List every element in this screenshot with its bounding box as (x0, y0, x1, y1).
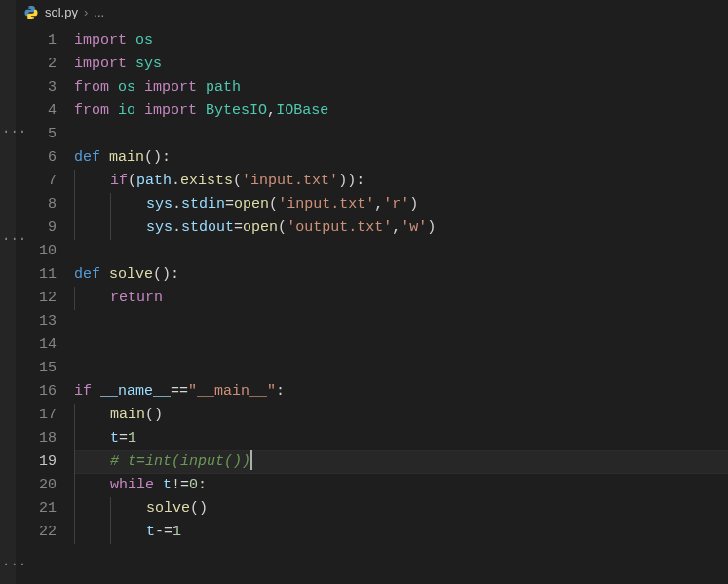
line-number: 1 (16, 29, 57, 53)
line-number: 7 (16, 170, 57, 193)
line-number: 4 (16, 99, 57, 123)
code-line[interactable] (74, 333, 728, 357)
code-line[interactable]: from os import path (74, 76, 728, 99)
line-number: 17 (16, 404, 57, 427)
code-line[interactable]: return (74, 287, 728, 310)
line-number: 3 (16, 76, 57, 99)
code-line[interactable]: import os (74, 29, 728, 53)
code-line[interactable] (74, 310, 728, 333)
code-line[interactable]: t-=1 (74, 521, 728, 544)
line-number: 9 (16, 216, 57, 240)
code-area[interactable]: import osimport sysfrom os import pathfr… (74, 29, 728, 584)
code-line[interactable]: while t!=0: (74, 474, 728, 497)
line-number: 22 (16, 521, 57, 544)
line-number: 21 (16, 497, 57, 521)
code-line[interactable]: def main(): (74, 146, 728, 170)
code-line[interactable] (74, 240, 728, 263)
code-line[interactable]: t=1 (74, 427, 728, 450)
code-line[interactable]: solve() (74, 497, 728, 521)
code-line[interactable] (74, 123, 728, 146)
line-number: 8 (16, 193, 57, 216)
line-number: 18 (16, 427, 57, 450)
line-number: 5 (16, 123, 57, 146)
line-number-gutter: 12345678910111213141516171819202122 (16, 29, 74, 584)
python-file-icon (23, 4, 39, 20)
code-line[interactable]: if __name__=="__main__": (74, 380, 728, 404)
line-number: 19 (16, 450, 57, 474)
code-line[interactable]: if(path.exists('input.txt')): (74, 170, 728, 193)
line-number: 6 (16, 146, 57, 170)
line-number: 2 (16, 53, 57, 76)
breadcrumb-filename[interactable]: sol.py (45, 5, 78, 19)
line-number: 11 (16, 263, 57, 287)
breadcrumb[interactable]: sol.py › ... (23, 4, 104, 20)
activity-bar: ··· ··· ··· (0, 0, 16, 584)
code-line[interactable]: def solve(): (74, 263, 728, 287)
breadcrumb-trail[interactable]: ... (94, 5, 104, 19)
code-line[interactable]: # t=int(input()) (74, 450, 728, 474)
line-number: 20 (16, 474, 57, 497)
line-number: 14 (16, 333, 57, 357)
code-editor[interactable]: 12345678910111213141516171819202122 impo… (16, 25, 728, 584)
code-line[interactable]: import sys (74, 53, 728, 76)
code-line[interactable]: from io import BytesIO,IOBase (74, 99, 728, 123)
line-number: 16 (16, 380, 57, 404)
line-number: 12 (16, 287, 57, 310)
code-line[interactable]: sys.stdout=open('output.txt','w') (74, 216, 728, 240)
breadcrumb-bar: sol.py › ... (16, 0, 728, 25)
chevron-right-icon: › (84, 5, 88, 19)
code-line[interactable]: main() (74, 404, 728, 427)
line-number: 15 (16, 357, 57, 380)
text-cursor (250, 450, 252, 470)
code-line[interactable] (74, 357, 728, 380)
line-number: 13 (16, 310, 57, 333)
code-line[interactable]: sys.stdin=open('input.txt','r') (74, 193, 728, 216)
line-number: 10 (16, 240, 57, 263)
